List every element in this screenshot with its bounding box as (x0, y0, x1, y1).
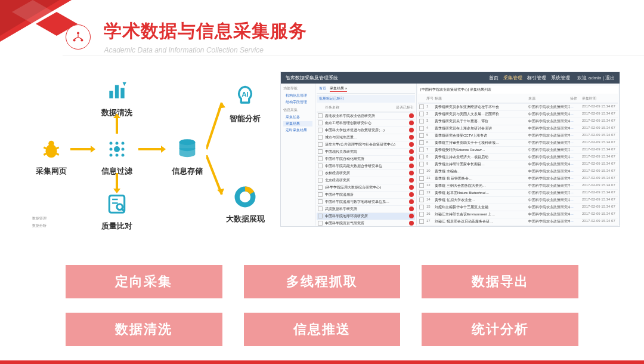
arrow-icon (116, 173, 118, 189)
svg-point-13 (110, 142, 113, 145)
table-row[interactable]: 中国科学院自动化研究所 (317, 155, 415, 162)
node-filter: 信息过滤 (95, 136, 138, 177)
table-row[interactable]: 7黄季焜受聘为Science Review…中国科学院农业政策研究中心…2017… (418, 146, 618, 153)
node-collect: 采集网页 (30, 136, 73, 177)
table-row[interactable]: 15刘报纬主编获华中十三届亚太金融中国科学院农业政策研究中心…2017-02-0… (418, 203, 618, 211)
table-row[interactable]: 18国际上绘政策研究所出席140+农学济…中国科学院农业政策研究中心…2017-… (418, 225, 618, 226)
table-row[interactable]: 农林经济研究所 (317, 169, 415, 177)
nav-tab[interactable]: 采集管理 (503, 75, 522, 81)
table-row[interactable]: 12黄季焜 三纲大会国务院大类亮…中国科学院农业政策研究中心…2017-02-0… (418, 182, 618, 189)
svg-point-19 (116, 154, 119, 157)
svg-marker-1 (0, 0, 60, 36)
table-row[interactable]: 10黄季焜 主编会…中国科学院农业政策研究中心…2017-02-09 15.34… (418, 168, 618, 175)
table-row[interactable]: 4黄季焜研究员在上海参加研讨会演讲中国科学院农业政策研究中心…2017-02-0… (418, 125, 618, 132)
node-store: 信息存储 (166, 136, 209, 177)
table-row[interactable]: 中国科学院高能大数据合作研究单位 (317, 162, 415, 169)
page-subtitle: Academic Data and Information Collection… (104, 46, 307, 54)
tab[interactable]: 采集结果 × (330, 86, 347, 92)
org-icon (72, 30, 85, 44)
tab[interactable]: 首页 (319, 86, 326, 92)
sidebar-section: 信息采集 (283, 107, 312, 113)
col-name: 任务名称 (325, 105, 396, 110)
table-row[interactable]: 1黄季焜研究员参加亚洲经济论坛学术年会中国科学院农业政策研究中心…2017-02… (418, 103, 618, 110)
arrow-icon (206, 99, 227, 153)
sidebar-item[interactable]: 采集结果 (283, 121, 312, 127)
svg-marker-0 (0, 0, 72, 42)
nav-tab[interactable]: 首页 (489, 75, 499, 81)
table-row[interactable]: 中国科学院遥感所 (317, 191, 415, 198)
feature-tiles: 定向采集 多线程抓取 数据导出 数据清洗 信息推送 统计分析 (66, 265, 578, 346)
page-header: 学术数据与信息采集服务 Academic Data and Informatio… (66, 19, 307, 54)
table-row[interactable]: 13黄季焜 起草团Nature Biotechnol…中国科学院农业政策研究中心… (418, 189, 618, 196)
table-row[interactable]: 5黄季焜研究会接受CCTV上海专访中国科学院农业政策研究中心…2017-02-0… (418, 132, 618, 139)
table-row[interactable]: 17刘秘江 报表团会议启动及服务会研…中国科学院农业政策研究中心…2017-02… (418, 218, 618, 225)
page-title: 学术数据与信息采集服务 (104, 19, 307, 44)
table-row[interactable]: 清华大学(公共管理学院与社会政策研究中心) (317, 141, 415, 148)
sidebar-item[interactable]: 结构字段管理 (283, 100, 312, 105)
table-row[interactable]: 6黄季焜主持审查资助关于十七项科研项…中国科学院农业政策研究中心…2017-02… (418, 139, 618, 146)
table-row[interactable]: 南京工经科管理创新研究中心 (317, 119, 415, 127)
sidebar: 功能导航 机构信息管理 结构字段管理 信息采集 采集任务 采集结果 定时采集结果… (281, 84, 315, 226)
app-title: 智库数据采集及管理系统 (286, 75, 338, 81)
svg-marker-33 (218, 103, 225, 109)
arrow-icon (70, 148, 91, 150)
svg-point-17 (122, 148, 125, 151)
svg-point-16 (110, 148, 113, 151)
compare-icon (104, 191, 130, 217)
sidebar-section: 功能导航 (283, 86, 312, 91)
table-row[interactable]: 8黄季焜主持农业经济大…项目启动中国科学院农业政策研究中心…2017-02-09… (418, 153, 618, 161)
svg-marker-2 (12, 0, 54, 24)
ai-icon: AI (232, 84, 258, 110)
table-row[interactable]: 中国科学院页岩气研究所 (317, 220, 415, 226)
table-row[interactable]: 14黄季焜 任拟大学农业金…中国科学院农业政策研究中心…2017-02-09 1… (418, 196, 618, 203)
svg-point-20 (122, 154, 125, 157)
svg-point-7 (46, 144, 57, 158)
tile-targeted-collect[interactable]: 定向采集 (66, 265, 222, 298)
table-row[interactable]: 中国现代关系研究院 (317, 148, 415, 155)
arrow-icon (116, 118, 118, 134)
svg-point-18 (110, 154, 113, 157)
node-ai: AI 智能分析 (224, 84, 267, 124)
tile-export[interactable]: 数据导出 (422, 265, 578, 298)
flow-diagram: 采集网页 信息过滤 数据清洗 (30, 72, 268, 233)
node-label: 质量比对 (95, 221, 138, 232)
svg-point-21 (114, 146, 120, 152)
table-row[interactable]: 中国科学院遥感与数字地球研究单位系… (317, 198, 415, 205)
tile-clean[interactable]: 数据清洗 (66, 313, 222, 346)
donut-icon (232, 184, 258, 210)
header-rule (63, 55, 644, 55)
toolbar-action[interactable]: 批量标记已标引 (317, 95, 415, 103)
sidebar-item[interactable]: 机构信息管理 (283, 93, 312, 98)
table-row[interactable]: 北京经济研究所 (317, 177, 415, 184)
node-clean: 数据清洗 (95, 78, 138, 118)
table-row[interactable]: 2黄季焜研究员与美国人文发展…正面评价中国科学院农业政策研究中心…2017-02… (418, 110, 618, 118)
tile-push[interactable]: 信息推送 (244, 313, 401, 346)
app-titlebar: 智库数据采集及管理系统 首页 采集管理 标引管理 系统管理 欢迎 admin |… (281, 72, 620, 84)
table-row[interactable]: 西北农业科学院农业信息研究所 (317, 112, 415, 119)
tile-analytics[interactable]: 统计分析 (422, 313, 578, 346)
arrow-icon (206, 155, 227, 203)
sidebar-item[interactable]: 定时采集结果 (283, 128, 312, 133)
table-row[interactable]: (科学学院应用大数据综合研究中心) (317, 184, 415, 191)
tile-multithread[interactable]: 多线程抓取 (244, 265, 401, 298)
nav-tab[interactable]: 标引管理 (527, 75, 546, 81)
table-row[interactable]: 11黄季焜 拟 获得国务会…中国科学院农业政策研究中心…2017-02-09 1… (418, 175, 618, 182)
table-row[interactable]: 3黄季焜研究员关于十年重要…评价中国科学院农业政策研究中心…2017-02-09… (418, 118, 618, 125)
table-row[interactable]: 武汉数据科学研究所 (317, 205, 415, 212)
table-row[interactable]: 9黄季焜主持研讨国家中长期目…中国科学院农业政策研究中心…2017-02-09 … (418, 161, 618, 168)
table-row[interactable]: 城市与区域生态重… (317, 134, 415, 141)
svg-rect-24 (120, 88, 124, 98)
svg-point-5 (73, 39, 76, 41)
table-row[interactable]: 中国科大学技术促进与政策研究所(…) (317, 127, 415, 134)
nav-tab[interactable]: 系统管理 (551, 75, 570, 81)
svg-rect-22 (109, 91, 113, 98)
panel-tabs: 首页 采集结果 × (317, 85, 415, 94)
node-bigdata: 大数据展现 (219, 184, 271, 224)
node-label: 采集网页 (30, 166, 73, 177)
nav-user[interactable]: 欢迎 admin | 退出 (577, 75, 615, 81)
table-row[interactable]: 16刘秘江主持部长会议Environment 上…中国科学院农业政策研究中心…2… (418, 211, 618, 218)
sidebar-item[interactable]: 采集任务 (283, 115, 312, 120)
table-row[interactable]: 中国科学院地球环境研究所 (317, 212, 415, 220)
svg-point-15 (122, 142, 125, 145)
col-status: 是否已标引 (396, 105, 414, 110)
